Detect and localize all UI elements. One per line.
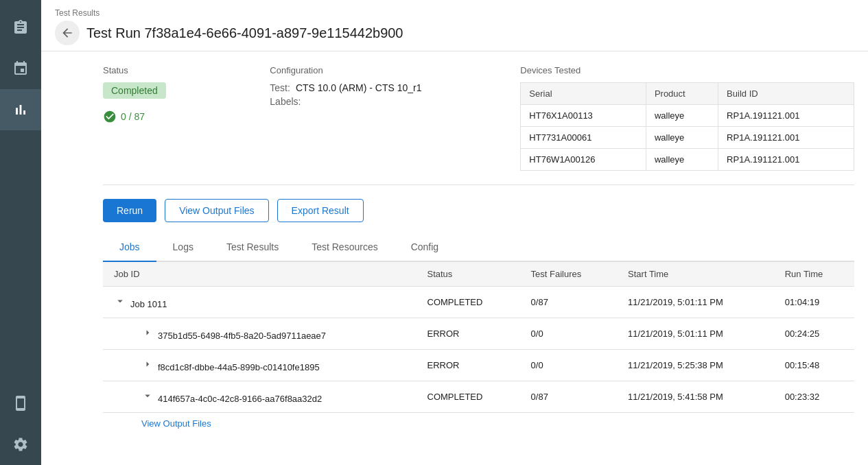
devices-col-product: Product [646, 83, 718, 105]
tab-test-resources[interactable]: Test Resources [295, 233, 394, 262]
config-col: Configuration Test: CTS 10.0 (ARM) - CTS… [270, 65, 520, 171]
devices-col-serial: Serial [521, 83, 646, 105]
table-row: HT76X1A00113 walleye RP1A.191121.001 [521, 105, 854, 127]
jobs-table: Job ID Status Test Failures Start Time R… [103, 262, 854, 413]
job-id-value: 414f657a-4c0c-42c8-9166-aa76f8aa32d2 [158, 394, 322, 404]
tab-logs[interactable]: Logs [156, 233, 210, 262]
back-button[interactable] [55, 21, 80, 45]
action-buttons: Rerun View Output Files Export Result [103, 199, 854, 222]
config-labels-key: Labels: [270, 96, 301, 107]
devices-col-build: Build ID [718, 83, 854, 105]
table-row: f8cd1c8f-dbbe-44a5-899b-c01410fe1895 ERR… [103, 350, 854, 381]
device-product: walleye [646, 149, 718, 171]
job-failures-cell: 0/87 [520, 287, 617, 318]
status-col: Status Completed 0 / 87 [103, 65, 270, 171]
page-title: Test Run 7f38a1e4-6e66-4091-a897-9e11544… [86, 25, 403, 41]
collapse-button[interactable] [141, 390, 154, 402]
export-result-button[interactable]: Export Result [277, 199, 364, 222]
job-status-cell: ERROR [417, 350, 520, 381]
config-labels-row: Labels: [270, 96, 520, 107]
job-start-time-cell: 11/21/2019, 5:01:11 PM [617, 287, 774, 318]
job-run-time-cell: 01:04:19 [774, 287, 854, 318]
pass-count-value: 0 / 87 [121, 111, 145, 122]
table-row: 375b1d55-6498-4fb5-8a20-5ad9711aeae7 ERR… [103, 318, 854, 350]
table-row: HT7731A00061 walleye RP1A.191121.001 [521, 127, 854, 149]
device-product: walleye [646, 127, 718, 149]
job-failures-cell: 0/87 [520, 381, 617, 413]
device-build: RP1A.191121.001 [718, 105, 854, 127]
device-product: walleye [646, 105, 718, 127]
sidebar-item-clipboard[interactable] [0, 7, 41, 48]
status-label: Status [103, 65, 270, 75]
device-serial: HT7731A00061 [521, 127, 646, 149]
content-area: Status Completed 0 / 87 Configuration Te… [41, 51, 868, 465]
job-run-time-cell: 00:24:25 [774, 318, 854, 350]
device-serial: HT76X1A00113 [521, 105, 646, 127]
job-id-cell: 414f657a-4c0c-42c8-9166-aa76f8aa32d2 [103, 381, 417, 413]
main-content: Test Results Test Run 7f38a1e4-6e66-4091… [41, 0, 868, 465]
tabs: JobsLogsTest ResultsTest ResourcesConfig [103, 233, 854, 262]
table-row: Job 1011 COMPLETED 0/87 11/21/2019, 5:01… [103, 287, 854, 318]
col-status: Status [417, 262, 520, 287]
sidebar [0, 0, 41, 465]
job-start-time-cell: 11/21/2019, 5:01:11 PM [617, 318, 774, 350]
config-test-val: CTS 10.0 (ARM) - CTS 10_r1 [296, 82, 422, 93]
job-id-value: 375b1d55-6498-4fb5-8a20-5ad9711aeae7 [158, 331, 326, 341]
device-serial: HT76W1A00126 [521, 149, 646, 171]
rerun-button[interactable]: Rerun [103, 199, 156, 222]
pass-count: 0 / 87 [103, 110, 270, 123]
tab-config[interactable]: Config [395, 233, 455, 262]
table-row: 414f657a-4c0c-42c8-9166-aa76f8aa32d2 COM… [103, 381, 854, 413]
tab-test-results[interactable]: Test Results [210, 233, 295, 262]
header: Test Results Test Run 7f38a1e4-6e66-4091… [41, 0, 868, 51]
job-status-cell: ERROR [417, 318, 520, 350]
collapse-button[interactable] [114, 295, 126, 307]
job-status-cell: COMPLETED [417, 287, 520, 318]
table-row: HT76W1A00126 walleye RP1A.191121.001 [521, 149, 854, 171]
job-failures-cell: 0/0 [520, 318, 617, 350]
devices-table: Serial Product Build ID HT76X1A00113 wal… [520, 82, 854, 171]
sidebar-item-chart[interactable] [0, 89, 41, 130]
col-start-time: Start Time [617, 262, 774, 287]
job-status-cell: COMPLETED [417, 381, 520, 413]
view-output-files-link[interactable]: View Output Files [103, 413, 854, 434]
job-run-time-cell: 00:23:32 [774, 381, 854, 413]
sidebar-item-calendar[interactable] [0, 48, 41, 89]
device-build: RP1A.191121.001 [718, 149, 854, 171]
job-start-time-cell: 11/21/2019, 5:41:58 PM [617, 381, 774, 413]
sidebar-item-settings[interactable] [0, 424, 41, 465]
job-id-cell: 375b1d55-6498-4fb5-8a20-5ad9711aeae7 [103, 318, 417, 350]
devices-label: Devices Tested [520, 65, 854, 75]
sidebar-item-phone[interactable] [0, 383, 41, 424]
view-output-button[interactable]: View Output Files [165, 199, 268, 222]
job-id-value: f8cd1c8f-dbbe-44a5-899b-c01410fe1895 [158, 362, 320, 372]
job-failures-cell: 0/0 [520, 350, 617, 381]
tab-jobs[interactable]: Jobs [103, 233, 156, 262]
config-label: Configuration [270, 65, 520, 75]
col-run-time: Run Time [774, 262, 854, 287]
status-badge: Completed [103, 82, 166, 99]
device-build: RP1A.191121.001 [718, 127, 854, 149]
expand-button[interactable] [141, 326, 154, 339]
job-run-time-cell: 00:15:48 [774, 350, 854, 381]
config-test-row: Test: CTS 10.0 (ARM) - CTS 10_r1 [270, 82, 520, 93]
col-job-id: Job ID [103, 262, 417, 287]
devices-col: Devices Tested Serial Product Build ID H… [520, 65, 854, 171]
job-id-cell: f8cd1c8f-dbbe-44a5-899b-c01410fe1895 [103, 350, 417, 381]
expand-button[interactable] [141, 358, 154, 370]
breadcrumb: Test Results [55, 8, 854, 18]
config-test-key: Test: [270, 82, 290, 93]
job-start-time-cell: 11/21/2019, 5:25:38 PM [617, 350, 774, 381]
col-test-failures: Test Failures [520, 262, 617, 287]
info-section: Status Completed 0 / 87 Configuration Te… [103, 65, 854, 185]
job-id-cell: Job 1011 [103, 287, 417, 318]
job-id-value: Job 1011 [130, 299, 167, 309]
